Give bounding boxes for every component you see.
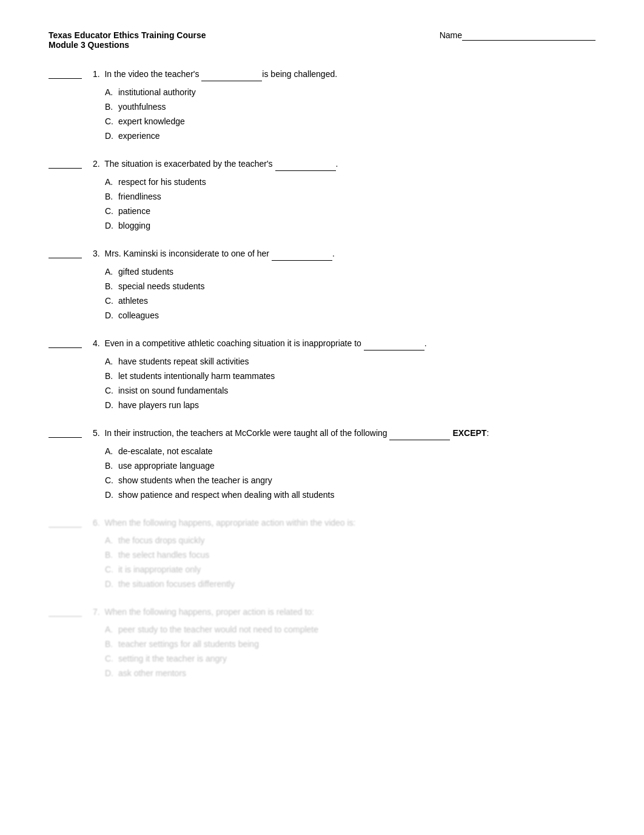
option-4-1: A.have students repeat skill activities <box>105 355 595 368</box>
module-subtitle: Module 3 Questions <box>49 40 206 50</box>
question-before-blank: Mrs. Kaminski is inconsiderate to one of… <box>104 249 269 258</box>
blurred-option-1-4: D.the situation focuses differently <box>105 578 595 591</box>
question-content-4: 4. Even in a competitive athletic coachi… <box>93 337 595 414</box>
answer-blank-5 <box>49 427 82 438</box>
question-bold-word: EXCEPT <box>452 428 486 438</box>
option-letter: D. <box>105 309 118 322</box>
option-letter: B. <box>105 280 118 293</box>
header-left: Texas Educator Ethics Training Course Mo… <box>49 30 206 50</box>
option-1-2: B.youthfulness <box>105 101 595 113</box>
option-5-2: B.use appropriate language <box>105 460 595 472</box>
option-2-2: B.friendliness <box>105 190 595 203</box>
answer-blank-2 <box>49 158 82 169</box>
blurred-question-content-1: 6. When the following happens, appropria… <box>93 517 595 592</box>
blurred-option-text: it is inappropriate only <box>118 563 201 576</box>
options-3: A.gifted studentsB.special needs student… <box>105 266 595 322</box>
option-letter: D. <box>105 399 118 412</box>
option-letter: B. <box>105 460 118 472</box>
blurred-option-2-2: B.teacher settings for all students bein… <box>105 638 595 651</box>
option-5-1: A.de-escalate, not escalate <box>105 445 595 458</box>
option-letter: A. <box>105 86 118 99</box>
question-content-1: 1. In the video the teacher's is being c… <box>93 68 595 144</box>
option-letter: C. <box>105 115 118 128</box>
option-text: use appropriate language <box>118 460 215 472</box>
question-before-blank: In the video the teacher's <box>104 69 199 79</box>
option-letter: D. <box>105 220 118 232</box>
blurred-question-body: When the following happens, appropriate … <box>104 518 355 528</box>
option-text: gifted students <box>118 266 173 278</box>
blurred-option-letter: A. <box>105 534 118 547</box>
option-letter: A. <box>105 266 118 278</box>
option-text: youthfulness <box>118 101 166 113</box>
blurred-question-number: 6. <box>93 518 100 528</box>
option-text: have players run laps <box>118 399 199 412</box>
blurred-option-text: the focus drops quickly <box>118 534 204 547</box>
blurred-option-text: peer study to the teacher would not need… <box>118 623 318 636</box>
option-4-2: B.let students intentionally harm teamma… <box>105 370 595 383</box>
blurred-option-text: the select handles focus <box>118 549 209 562</box>
question-number: 4. <box>93 338 100 348</box>
question-before-blank: In their instruction, the teachers at Mc… <box>104 428 387 438</box>
blurred-option-2-1: A.peer study to the teacher would not ne… <box>105 623 595 636</box>
answer-blank-3 <box>49 247 82 258</box>
option-text: let students intentionally harm teammate… <box>118 370 275 383</box>
option-text: patience <box>118 205 150 218</box>
option-letter: B. <box>105 190 118 203</box>
blurred-option-text: setting it the teacher is angry <box>118 652 227 665</box>
option-text: expert knowledge <box>118 115 185 128</box>
question-text-2: 2. The situation is exacerbated by the t… <box>93 158 595 171</box>
option-2-4: D.blogging <box>105 220 595 232</box>
questions-section: 1. In the video the teacher's is being c… <box>49 68 595 682</box>
blurred-option-text: the situation focuses differently <box>118 578 235 591</box>
blurred-question-2: 7. When the following happens, proper ac… <box>49 606 595 682</box>
option-letter: C. <box>105 295 118 307</box>
option-4-4: D.have players run laps <box>105 399 595 412</box>
option-letter: C. <box>105 474 118 487</box>
blurred-option-letter: D. <box>105 578 118 591</box>
blurred-question-body: When the following happens, proper actio… <box>104 607 314 617</box>
question-blank <box>275 158 336 171</box>
option-text: friendliness <box>118 190 161 203</box>
blurred-option-text: ask other mentors <box>118 667 186 680</box>
blurred-option-1-3: C.it is inappropriate only <box>105 563 595 576</box>
option-letter: C. <box>105 205 118 218</box>
option-3-3: C.athletes <box>105 295 595 307</box>
blurred-question-content-2: 7. When the following happens, proper ac… <box>93 606 595 682</box>
blurred-option-2-4: D.ask other mentors <box>105 667 595 680</box>
question-number: 2. <box>93 159 100 169</box>
option-5-3: C.show students when the teacher is angr… <box>105 474 595 487</box>
blurred-answer-blank-1 <box>49 517 82 528</box>
options-2: A.respect for his studentsB.friendliness… <box>105 176 595 232</box>
blurred-option-letter: C. <box>105 652 118 665</box>
options-1: A.institutional authorityB.youthfulnessC… <box>105 86 595 143</box>
name-label: Name <box>440 30 462 40</box>
option-3-2: B.special needs students <box>105 280 595 293</box>
question-after-blank: . <box>336 159 338 169</box>
blurred-option-text: teacher settings for all students being <box>118 638 259 651</box>
blurred-option-letter: B. <box>105 638 118 651</box>
option-text: colleagues <box>118 309 159 322</box>
question-content-2: 2. The situation is exacerbated by the t… <box>93 158 595 234</box>
header-right: Name <box>440 30 595 41</box>
blurred-option-1-1: A.the focus drops quickly <box>105 534 595 547</box>
question-text-4: 4. Even in a competitive athletic coachi… <box>93 337 595 350</box>
blurred-option-letter: A. <box>105 623 118 636</box>
question-2: 2. The situation is exacerbated by the t… <box>49 158 595 234</box>
option-3-1: A.gifted students <box>105 266 595 278</box>
question-after-blank: . <box>332 249 335 258</box>
blurred-options-1: A.the focus drops quicklyB.the select ha… <box>105 534 595 591</box>
blurred-question-text-1: 6. When the following happens, appropria… <box>93 517 595 529</box>
question-blank <box>201 68 262 81</box>
question-blank <box>389 427 450 440</box>
options-5: A.de-escalate, not escalateB.use appropr… <box>105 445 595 501</box>
blurred-option-letter: B. <box>105 549 118 562</box>
question-before-blank: Even in a competitive athletic coaching … <box>104 338 361 348</box>
question-text-1: 1. In the video the teacher's is being c… <box>93 68 595 81</box>
option-2-1: A.respect for his students <box>105 176 595 189</box>
option-1-1: A.institutional authority <box>105 86 595 99</box>
question-number: 3. <box>93 249 100 258</box>
blurred-option-letter: C. <box>105 563 118 576</box>
question-number: 5. <box>93 428 100 438</box>
question-after-blank: is being challenged. <box>262 69 337 79</box>
blurred-question-text-2: 7. When the following happens, proper ac… <box>93 606 595 619</box>
